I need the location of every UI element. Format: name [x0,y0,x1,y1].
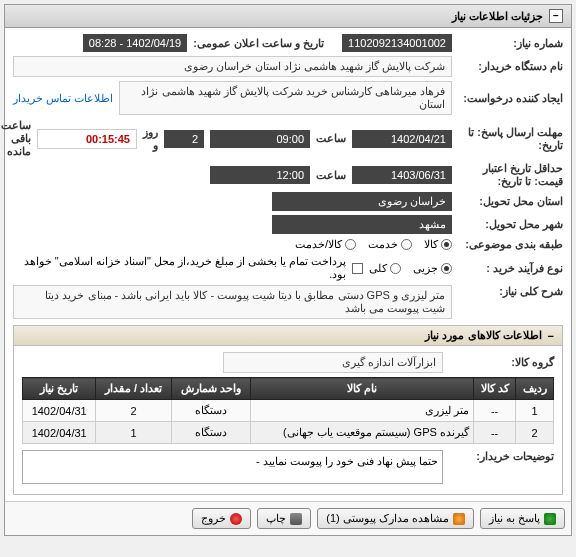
notes-label: توضیحات خریدار: [449,450,554,463]
radio-service[interactable]: خدمت [368,238,412,251]
radio-full[interactable]: کلی [369,262,401,275]
cell-qty: 1 [96,422,172,444]
button-bar: پاسخ به نیاز مشاهده مدارک پیوستی (1) چاپ… [5,501,571,535]
panel-body: شماره نیاز: 1102092134001002 تاریخ و ساع… [5,28,571,501]
collapse-icon[interactable]: − [549,9,563,23]
radio-icon [441,239,452,250]
process-radio-group: جزیی کلی [369,262,452,275]
radio-goods[interactable]: کالا [424,238,452,251]
cell-date: 1402/04/31 [23,400,96,422]
th-code: کد کالا [473,378,515,400]
radio-icon [390,263,401,274]
items-sub-panel: − اطلاعات کالاهای مورد نیاز گروه کالا: ا… [13,325,563,495]
print-label: چاپ [266,512,286,525]
exit-button[interactable]: خروج [192,508,251,529]
items-title: اطلاعات کالاهای مورد نیاز [425,329,541,342]
radio-icon [345,239,356,250]
radio-full-label: کلی [369,262,387,275]
desc-value: متر لیزری و GPS دستی مطابق با دیتا شیت پ… [13,285,452,319]
city-label: شهر محل تحویل: [458,218,563,231]
buyer-label: نام دستگاه خریدار: [458,60,563,73]
cell-unit: دستگاه [172,400,251,422]
category-radio-group: کالا خدمت کالا/خدمت [295,238,452,251]
province-value: خراسان رضوی [272,192,452,211]
cell-date: 1402/04/31 [23,422,96,444]
th-qty: تعداد / مقدار [96,378,172,400]
panel-header: − جزئیات اطلاعات نیاز [5,5,571,28]
th-unit: واحد شمارش [172,378,251,400]
buyer-value: شرکت پالایش گاز شهید هاشمی نژاد استان خر… [13,56,452,77]
group-value: ابزارآلات اندازه گیری [223,352,443,373]
time-label-1: ساعت [316,132,346,145]
remaining-label: ساعت باقی مانده [1,119,31,158]
time-label-2: ساعت [316,169,346,182]
radio-partial[interactable]: جزیی [413,262,452,275]
panel-title: جزئیات اطلاعات نیاز [452,10,543,23]
deadline-label-1: مهلت ارسال پاسخ: [477,126,563,138]
cell-code: -- [473,422,515,444]
attachment-icon [453,513,465,525]
attachments-button[interactable]: مشاهده مدارک پیوستی (1) [317,508,474,529]
cell-qty: 2 [96,400,172,422]
table-row[interactable]: 1 -- متر لیزری دستگاه 2 1402/04/31 [23,400,554,422]
reply-icon [544,513,556,525]
deadline-label: مهلت ارسال پاسخ: تا تاریخ: [458,126,563,152]
need-no-value: 1102092134001002 [342,34,452,52]
radio-service-label: خدمت [368,238,398,251]
group-label: گروه کالا: [449,356,554,369]
cell-idx: 1 [516,400,554,422]
announce-value: 1402/04/19 - 08:28 [83,34,187,52]
respond-label: پاسخ به نیاز [489,512,540,525]
table-row[interactable]: 2 -- گیرنده GPS (سیستم موقعیت یاب جهانی)… [23,422,554,444]
print-button[interactable]: چاپ [257,508,311,529]
validity-label-2: قیمت: تا تاریخ: [498,175,563,187]
announce-label: تاریخ و ساعت اعلان عمومی: [193,37,324,50]
th-date: تاریخ نیاز [23,378,96,400]
respond-button[interactable]: پاسخ به نیاز [480,508,565,529]
need-details-panel: − جزئیات اطلاعات نیاز شماره نیاز: 110209… [4,4,572,536]
th-name: نام کالا [250,378,473,400]
items-body: گروه کالا: ابزارآلات اندازه گیری ردیف کد… [14,346,562,494]
notes-textarea [22,450,443,484]
process-label: نوع فرآیند خرید : [458,262,563,275]
validity-label-1: حداقل تاریخ اعتبار [483,162,563,174]
attachments-label: مشاهده مدارک پیوستی (1) [326,512,449,525]
deadline-date: 1402/04/21 [352,130,452,148]
desc-label: شرح کلی نیاز: [458,285,563,298]
cell-code: -- [473,400,515,422]
category-label: طبقه بندی موضوعی: [458,238,563,251]
items-table: ردیف کد کالا نام کالا واحد شمارش تعداد /… [22,377,554,444]
exit-label: خروج [201,512,226,525]
validity-date: 1403/06/31 [352,166,452,184]
th-idx: ردیف [516,378,554,400]
province-label: استان محل تحویل: [458,195,563,208]
radio-partial-label: جزیی [413,262,438,275]
radio-icon [401,239,412,250]
collapse-icon[interactable]: − [548,330,554,342]
table-header-row: ردیف کد کالا نام کالا واحد شمارش تعداد /… [23,378,554,400]
close-icon [230,513,242,525]
cell-name: متر لیزری [250,400,473,422]
cell-unit: دستگاه [172,422,251,444]
need-no-label: شماره نیاز: [458,37,563,50]
items-sub-header: − اطلاعات کالاهای مورد نیاز [14,326,562,346]
creator-value: فرهاد میرشاهی کارشناس خرید شرکت پالایش گ… [119,81,452,115]
cell-name: گیرنده GPS (سیستم موقعیت یاب جهانی) [250,422,473,444]
city-value: مشهد [272,215,452,234]
validity-time: 12:00 [210,166,310,184]
countdown-value: 00:15:45 [37,129,137,149]
cell-idx: 2 [516,422,554,444]
day-label: روز و [143,126,158,152]
payment-note: پرداخت تمام یا بخشی از مبلغ خرید،از محل … [13,255,346,281]
contact-link[interactable]: اطلاعات تماس خریدار [13,92,113,105]
deadline-time: 09:00 [210,130,310,148]
radio-icon [441,263,452,274]
validity-label: حداقل تاریخ اعتبار قیمت: تا تاریخ: [458,162,563,188]
treasury-checkbox[interactable] [352,263,363,274]
radio-both[interactable]: کالا/خدمت [295,238,356,251]
days-value: 2 [164,130,204,148]
radio-goods-label: کالا [424,238,438,251]
creator-label: ایجاد کننده درخواست: [458,92,563,105]
radio-both-label: کالا/خدمت [295,238,342,251]
print-icon [290,513,302,525]
